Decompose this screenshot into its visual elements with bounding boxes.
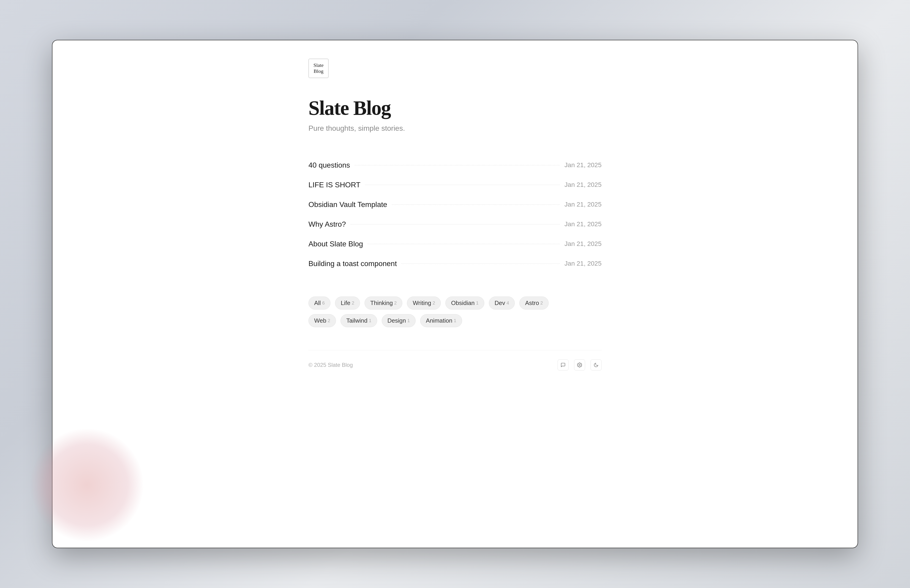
post-date: Jan 21, 2025 [564, 162, 601, 169]
post-item[interactable]: About Slate Blog Jan 21, 2025 [309, 234, 601, 254]
post-dots [365, 185, 560, 185]
tag-label: Life [341, 299, 350, 307]
tag-pill[interactable]: Writing2 [407, 297, 441, 310]
tag-label: Animation [426, 317, 453, 324]
tag-count: 2 [328, 318, 330, 323]
page-content: Slate Blog Slate Blog Pure thoughts, sim… [52, 40, 858, 548]
tag-label: Obsidian [451, 299, 475, 307]
tag-label: Tailwind [346, 317, 367, 324]
logo-box[interactable]: Slate Blog [309, 59, 328, 78]
post-date: Jan 21, 2025 [564, 201, 601, 208]
tag-count: 2 [540, 300, 543, 306]
chat-icon[interactable] [558, 360, 569, 370]
tag-pill[interactable]: Thinking2 [365, 297, 402, 310]
tag-count: 6 [322, 300, 325, 306]
tag-label: Astro [525, 299, 539, 307]
tag-label: Thinking [370, 299, 393, 307]
tag-pill[interactable]: All6 [309, 297, 330, 310]
logo-area: Slate Blog [309, 59, 601, 78]
tag-pill[interactable]: Animation1 [420, 314, 462, 327]
post-title: LIFE IS SHORT [309, 181, 360, 189]
tags-section: All6Life2Thinking2Writing2Obsidian1Dev4A… [309, 297, 601, 327]
post-title: Building a toast component [309, 259, 397, 268]
tag-count: 1 [407, 318, 410, 323]
post-item[interactable]: Why Astro? Jan 21, 2025 [309, 215, 601, 234]
blog-subtitle: Pure thoughts, simple stories. [309, 124, 601, 132]
tag-count: 2 [394, 300, 397, 306]
post-item[interactable]: Building a toast component Jan 21, 2025 [309, 254, 601, 274]
main-container: Slate Blog Slate Blog Pure thoughts, sim… [295, 59, 615, 370]
tag-label: Web [314, 317, 326, 324]
post-date: Jan 21, 2025 [564, 181, 601, 189]
tag-pill[interactable]: Obsidian1 [445, 297, 484, 310]
footer-copyright: © 2025 Slate Blog [309, 362, 353, 368]
post-item[interactable]: Obsidian Vault Template Jan 21, 2025 [309, 195, 601, 215]
browser-window: Slate Blog Slate Blog Pure thoughts, sim… [52, 40, 858, 548]
tag-pill[interactable]: Astro2 [519, 297, 549, 310]
posts-list: 40 questions Jan 21, 2025 LIFE IS SHORT … [309, 155, 601, 274]
post-date: Jan 21, 2025 [564, 240, 601, 247]
tag-count: 2 [352, 300, 354, 306]
post-item[interactable]: LIFE IS SHORT Jan 21, 2025 [309, 175, 601, 195]
tag-count: 1 [454, 318, 456, 323]
settings-icon[interactable] [574, 360, 585, 370]
footer: © 2025 Slate Blog [309, 350, 601, 370]
post-item[interactable]: 40 questions Jan 21, 2025 [309, 155, 601, 175]
tags-row-2: Web2Tailwind1Design1Animation1 [309, 314, 601, 327]
tags-row-1: All6Life2Thinking2Writing2Obsidian1Dev4A… [309, 297, 601, 310]
logo-line2: Blog [314, 68, 323, 74]
tag-pill[interactable]: Web2 [309, 314, 336, 327]
tag-count: 4 [506, 300, 509, 306]
tag-count: 2 [433, 300, 435, 306]
blog-title: Slate Blog [309, 96, 601, 120]
footer-icons [558, 360, 601, 370]
post-date: Jan 21, 2025 [564, 260, 601, 267]
post-dots [401, 263, 560, 264]
post-date: Jan 21, 2025 [564, 221, 601, 228]
tag-pill[interactable]: Dev4 [489, 297, 515, 310]
logo-line1: Slate [314, 62, 323, 68]
tag-label: Dev [495, 299, 505, 307]
post-title: About Slate Blog [309, 240, 363, 248]
dark-mode-icon[interactable] [590, 360, 601, 370]
tag-pill[interactable]: Tailwind1 [341, 314, 377, 327]
tag-count: 1 [476, 300, 478, 306]
post-dots [351, 224, 560, 225]
post-dots [354, 165, 560, 165]
post-title: 40 questions [309, 161, 350, 170]
tag-label: Writing [413, 299, 431, 307]
post-title: Obsidian Vault Template [309, 200, 387, 209]
tag-pill[interactable]: Design1 [382, 314, 415, 327]
tag-pill[interactable]: Life2 [335, 297, 360, 310]
tag-count: 1 [369, 318, 372, 323]
svg-point-0 [579, 364, 580, 366]
tag-label: All [314, 299, 321, 307]
post-title: Why Astro? [309, 220, 346, 228]
tag-label: Design [388, 317, 406, 324]
